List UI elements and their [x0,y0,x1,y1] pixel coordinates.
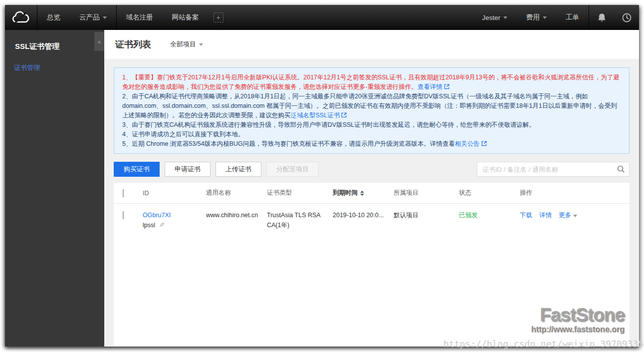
project-filter-dropdown[interactable]: 全部项目 [170,40,203,49]
chevron-down-icon [573,215,577,217]
notice-item: 4、证书申请成功之后可以直接下载到本地。 [122,130,621,139]
page-title: 证书列表 [115,38,151,50]
clock-icon [622,13,632,22]
col-status: 状态 [459,189,520,197]
view-details-link[interactable]: 查看详情 [418,83,442,90]
notification-bell-button[interactable] [589,5,614,30]
search-input[interactable] [477,162,630,177]
notice-banner: 1、【重要】赛门铁克于2017年12月1号启用全新版PKI认证系统。2017年1… [114,67,630,154]
notice-text: 3、由于赛门铁克CA机构证书颁发系统进行兼容性升级，导致部分用户申请DV版SSL… [122,121,535,128]
cert-type-cell: TrustAsia TLS RSA CA(1年) [267,210,333,230]
nav-label: 工单 [566,13,579,22]
history-clock-button[interactable] [614,5,639,30]
notice-text: 1、【重要】赛门铁克于2017年12月1号启用全新版PKI认证系统。2017年1… [122,74,620,90]
nav-item-domain-registration[interactable]: 域名注册 [117,5,163,30]
nav-label: 总览 [47,13,60,22]
sort-icon [360,191,364,196]
nav-right: Jester 费用 工单 [472,5,589,30]
search-box [477,162,630,177]
col-expire-time-sortable[interactable]: 到期时间 [333,189,394,197]
table-header-row: ID 通用名称 证书类型 到期时间 所属项目 状态 操作 [114,183,630,204]
page-header: 证书列表 全部项目 [104,30,639,59]
chevron-down-icon [543,16,547,19]
sidebar-collapse-button[interactable]: « [94,32,104,51]
col-project: 所属项目 [394,189,459,197]
app-window: 总览 云产品 域名注册 网站备案 + Jester 费用 工单 [5,5,639,347]
more-actions-dropdown[interactable]: 更多 [559,212,577,219]
select-all-checkbox[interactable] [123,189,124,197]
nav-item-overview[interactable]: 总览 [37,5,70,30]
nav-item-website-icp[interactable]: 网站备案 [163,5,209,30]
notice-item: 2、由于CA机构和证书代理商策略调整，从2018年1月1日起，同一主域最多只能申… [122,92,621,120]
chevron-down-icon [503,16,507,19]
sidebar: SSL证书管理 证书管理 « [5,30,104,347]
more-label: 更多 [559,212,571,219]
status-badge: 已颁发 [459,210,520,220]
buy-certificate-button[interactable]: 购买证书 [114,162,160,177]
common-name-cell: www.chihiro.net.cn [206,210,267,220]
certificate-alias: lpssl [143,222,155,229]
chevron-down-icon [103,16,107,19]
assign-to-project-button: 分配至项目 [266,162,319,177]
project-filter-value: 全部项目 [170,40,196,49]
notice-text: 4、证书申请成功之后可以直接下载到本地。 [122,131,244,138]
wildcard-ssl-link[interactable]: 泛域名型SSL证书 [291,112,340,119]
nav-label: 云产品 [79,13,100,22]
toolbar: 购买证书 申请证书 上传证书 分配至项目 [114,162,630,177]
row-actions: 下载详情更多 [520,210,630,220]
sidebar-title: SSL证书管理 [5,30,104,51]
plus-icon: + [216,13,220,21]
apply-certificate-button[interactable]: 申请证书 [165,162,211,177]
certificate-table: ID 通用名称 证书类型 到期时间 所属项目 状态 操作 [114,183,630,347]
notice-item: 3、由于赛门铁克CA机构证书颁发系统进行兼容性升级，导致部分用户申请DV版SSL… [122,120,621,130]
external-link-icon [341,112,347,118]
nav-item-cloud-products[interactable]: 云产品 [70,5,116,30]
certificate-id-link[interactable]: OGbru7XI [143,210,171,220]
upload-certificate-button[interactable]: 上传证书 [215,162,261,177]
table-row: OGbru7XI lpssl ✎ www.chihiro.net.cn Trus… [114,204,630,236]
nav-left-2: 域名注册 网站备案 [117,5,209,30]
nav-label: 费用 [526,13,540,22]
bell-icon [598,13,606,22]
download-action-link[interactable]: 下载 [520,212,532,219]
row-checkbox[interactable] [123,211,124,219]
nav-left: 总览 云产品 [37,5,116,30]
account-name: Jester [482,14,500,21]
announcement-link[interactable]: 相关公告 [455,140,480,147]
col-id: ID [143,190,206,197]
screenshot-stage: 总览 云产品 域名注册 网站备案 + Jester 费用 工单 [0,0,644,354]
detail-action-link[interactable]: 详情 [539,212,552,219]
notice-text: 2、由于CA机构和证书代理商策略调整，从2018年1月1日起，同一主域最多只能申… [122,93,617,119]
notice-item: 1、【重要】赛门铁克于2017年12月1号启用全新版PKI认证系统。2017年1… [122,73,621,92]
ticket-menu[interactable]: 工单 [556,5,589,30]
project-cell: 默认项目 [394,210,459,220]
nav-label: 网站备案 [172,13,199,22]
account-menu[interactable]: Jester [472,5,517,30]
notice-item: 5、近期 Chrome 浏览器53/54版本内核BUG问题，导致与赛门铁克根证书… [122,139,621,149]
col-label: 到期时间 [333,189,358,197]
expire-time-cell: 2019-10-10 20:0... [333,210,394,220]
billing-menu[interactable]: 费用 [517,5,556,30]
external-link-icon [481,141,487,146]
edit-alias-pencil-icon[interactable]: ✎ [159,220,165,230]
search-icon[interactable] [617,165,625,173]
nav-label: 域名注册 [126,13,153,22]
col-cert-type: 证书类型 [267,189,333,197]
chevron-down-icon [199,43,203,46]
top-nav: 总览 云产品 域名注册 网站备案 + Jester 费用 工单 [5,5,639,30]
col-common-name: 通用名称 [206,189,267,197]
add-nav-shortcut-button[interactable]: + [214,12,223,22]
sidebar-item-cert-management[interactable]: 证书管理 [5,51,104,72]
notice-text: 5、近期 Chrome 浏览器53/54版本内核BUG问题，导致与赛门铁克根证书… [122,140,455,147]
col-actions: 操作 [520,189,630,197]
external-link-icon [444,84,449,89]
cloud-logo-icon[interactable] [5,10,37,25]
main-content: 证书列表 全部项目 1、【重要】赛门铁克于2017年12月1号启用全新版PKI认… [104,30,639,347]
